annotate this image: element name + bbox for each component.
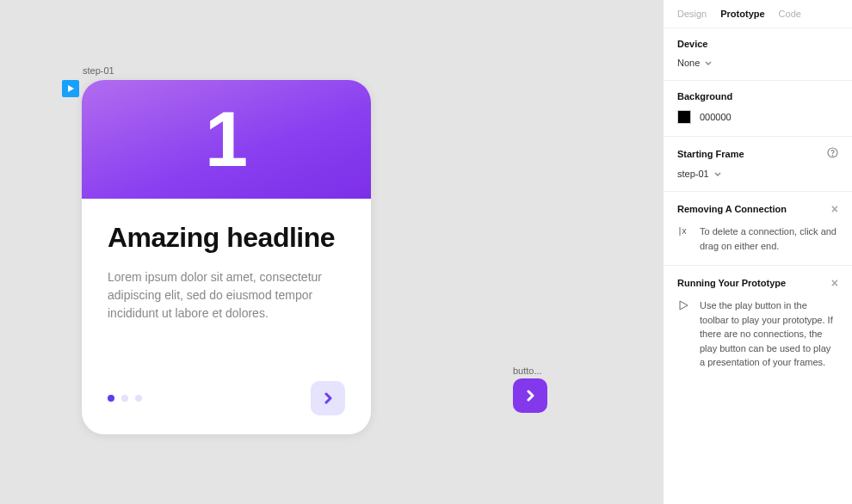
background-picker[interactable]: 000000 [677, 110, 838, 124]
help-removing-connection: Removing A Connection × To delete a conn… [664, 192, 852, 266]
card-headline: Amazing headline [108, 223, 345, 253]
starting-frame-title-text: Starting Frame [677, 149, 744, 159]
chevron-right-icon [322, 392, 334, 404]
background-value: 000000 [700, 112, 732, 122]
frame-label-button[interactable]: butto... [513, 366, 542, 376]
svg-point-1 [832, 156, 833, 157]
tab-prototype[interactable]: Prototype [720, 9, 764, 19]
background-swatch[interactable] [677, 110, 691, 124]
chevron-right-icon [524, 390, 536, 402]
tab-design[interactable]: Design [677, 9, 707, 19]
chevron-down-icon [714, 169, 721, 179]
hero-number: 1 [205, 95, 248, 184]
help2-title: Running Your Prototype [677, 278, 786, 288]
card-hero: 1 [82, 80, 371, 199]
help-icon[interactable] [827, 147, 838, 160]
play-icon [677, 299, 691, 313]
frame-label-step[interactable]: step-01 [83, 65, 114, 76]
play-icon [66, 84, 75, 93]
help1-body: To delete a connection, click and drag o… [677, 224, 838, 253]
right-panel: Design Prototype Code Device None Backgr… [663, 0, 852, 504]
dot-1 [108, 395, 114, 402]
card-body: Amazing headline Lorem ipsum dolor sit a… [82, 199, 371, 323]
connection-delete-icon [677, 225, 691, 239]
background-title: Background [677, 91, 838, 101]
close-icon[interactable]: × [831, 276, 838, 290]
background-section: Background 000000 [664, 81, 852, 137]
help2-title-row: Running Your Prototype × [677, 276, 838, 290]
starting-frame-title: Starting Frame [677, 147, 838, 160]
card-body-text: Lorem ipsum dolor sit amet, consectetur … [108, 268, 345, 323]
device-title: Device [677, 39, 838, 49]
next-button[interactable] [311, 381, 345, 415]
card-footer [108, 381, 345, 415]
help1-title-row: Removing A Connection × [677, 202, 838, 216]
device-dropdown[interactable]: None [677, 58, 838, 68]
help1-text: To delete a connection, click and drag o… [700, 224, 838, 253]
starting-frame-section: Starting Frame step-01 [664, 137, 852, 192]
device-value: None [677, 58, 700, 68]
close-icon[interactable]: × [831, 202, 838, 216]
starting-frame-value: step-01 [677, 169, 709, 179]
frame-button[interactable] [513, 378, 547, 413]
frame-step-01[interactable]: 1 Amazing headline Lorem ipsum dolor sit… [82, 80, 371, 434]
dot-3 [135, 395, 142, 402]
help2-body: Use the play button in the toolbar to pl… [677, 298, 838, 370]
panel-tabs: Design Prototype Code [664, 0, 852, 28]
starting-frame-dropdown[interactable]: step-01 [677, 169, 838, 179]
canvas[interactable]: step-01 1 Amazing headline Lorem ipsum d… [0, 0, 663, 504]
dot-2 [121, 395, 128, 402]
help1-title: Removing A Connection [677, 204, 787, 214]
device-section: Device None [664, 28, 852, 81]
page-dots [108, 395, 142, 402]
flow-start-handle[interactable] [62, 80, 79, 97]
chevron-down-icon [705, 58, 712, 68]
help2-text: Use the play button in the toolbar to pl… [700, 298, 838, 370]
tab-code[interactable]: Code [779, 9, 801, 19]
help-running-prototype: Running Your Prototype × Use the play bu… [664, 266, 852, 382]
